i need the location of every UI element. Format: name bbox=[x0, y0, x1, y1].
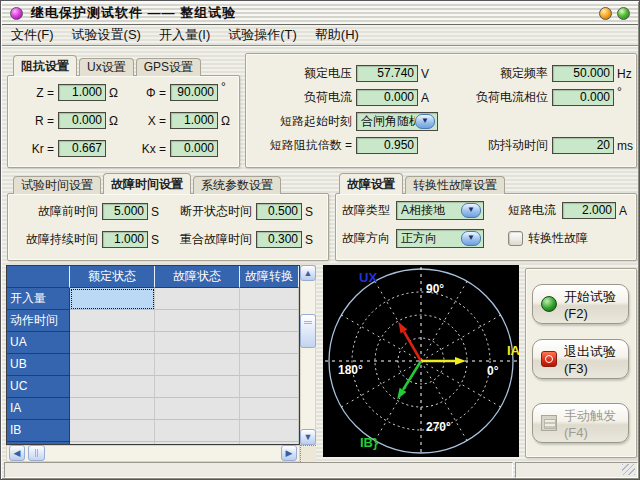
open-state-time-input[interactable]: 0.500 bbox=[256, 203, 302, 220]
scroll-down-icon[interactable]: ▼ bbox=[300, 429, 316, 445]
rated-freq-input[interactable]: 50.000 bbox=[552, 65, 614, 82]
load-current-input[interactable]: 0.000 bbox=[356, 89, 418, 106]
system-menu-icon[interactable] bbox=[10, 7, 23, 20]
tab-fault-settings[interactable]: 故障设置 bbox=[339, 173, 403, 194]
fault-duration-unit: S bbox=[151, 233, 159, 247]
table-cell[interactable] bbox=[155, 310, 240, 332]
ia-phasor-head bbox=[455, 357, 466, 365]
table-row: UC bbox=[7, 376, 299, 398]
chevron-down-icon[interactable]: ▼ bbox=[461, 231, 481, 246]
vscroll-thumb[interactable] bbox=[300, 314, 316, 348]
scroll-right-icon[interactable]: ▶ bbox=[281, 445, 297, 461]
table-cell[interactable] bbox=[70, 354, 155, 376]
chevron-down-icon[interactable]: ▼ bbox=[461, 203, 481, 218]
tab-impedance-settings[interactable]: 阻抗设置 bbox=[13, 55, 77, 76]
table-cell[interactable] bbox=[240, 376, 299, 398]
row-header: IA bbox=[7, 398, 70, 420]
prefault-time-unit: S bbox=[151, 205, 159, 219]
scroll-up-icon[interactable]: ▲ bbox=[300, 265, 316, 281]
sc-impedance-ratio-input[interactable]: 0.950 bbox=[356, 137, 418, 154]
table-cell[interactable] bbox=[240, 354, 299, 376]
table-cell[interactable] bbox=[155, 288, 240, 310]
z-input[interactable]: 1.000 bbox=[58, 84, 106, 101]
table-cell[interactable] bbox=[70, 310, 155, 332]
debounce-unit: ms bbox=[617, 139, 633, 153]
fault-direction-dropdown[interactable]: 正方向 ▼ bbox=[396, 229, 484, 248]
red-phasor-head bbox=[399, 322, 408, 334]
x-unit: Ω bbox=[221, 114, 230, 128]
scrollbar-corner bbox=[300, 445, 316, 462]
manual-trigger-icon bbox=[541, 415, 557, 431]
table-cell[interactable] bbox=[155, 420, 240, 442]
start-test-label: 开始试验(F2) bbox=[564, 288, 628, 321]
prefault-time-input[interactable]: 5.000 bbox=[102, 203, 148, 220]
start-test-button[interactable]: 开始试验(F2) bbox=[532, 284, 629, 324]
chevron-down-icon[interactable]: ▼ bbox=[415, 114, 435, 129]
table-cell[interactable] bbox=[240, 310, 299, 332]
x-input[interactable]: 1.000 bbox=[170, 112, 218, 129]
kx-label: Kx = bbox=[126, 142, 166, 156]
exit-test-label: 退出试验(F3) bbox=[564, 343, 628, 376]
table-cell[interactable] bbox=[70, 420, 155, 442]
fault-duration-label: 故障持续时间 bbox=[18, 231, 98, 248]
prefault-time-label: 故障前时间 bbox=[18, 203, 98, 220]
reclose-fault-time-input[interactable]: 0.300 bbox=[256, 231, 302, 248]
minimize-button[interactable] bbox=[599, 7, 612, 20]
tab-fault-time[interactable]: 故障时间设置 bbox=[103, 173, 191, 194]
sc-impedance-ratio-label: 短路阻抗倍数 = bbox=[250, 137, 352, 154]
manual-trigger-label: 手动触发(F4) bbox=[564, 407, 628, 440]
tab-convert-fault-settings[interactable]: 转换性故障设置 bbox=[405, 176, 505, 194]
tab-ux-settings[interactable]: Ux设置 bbox=[79, 58, 134, 76]
close-button[interactable] bbox=[617, 7, 630, 20]
sc-current-input[interactable]: 2.000 bbox=[562, 202, 616, 219]
table-cell[interactable] bbox=[240, 420, 299, 442]
r-input[interactable]: 0.000 bbox=[58, 112, 106, 129]
ib-phasor bbox=[403, 361, 421, 390]
menu-binary-input[interactable]: 开入量(I) bbox=[150, 24, 219, 46]
table-cell[interactable] bbox=[155, 398, 240, 420]
hscroll-thumb[interactable] bbox=[28, 445, 45, 461]
scroll-left-icon[interactable]: ◀ bbox=[9, 445, 25, 461]
fault-type-dropdown[interactable]: A相接地 ▼ bbox=[396, 201, 484, 220]
convert-fault-checkbox[interactable] bbox=[508, 231, 523, 246]
menu-test-settings[interactable]: 试验设置(S) bbox=[63, 24, 150, 46]
sc-start-dropdown[interactable]: 合闸角随机 ▼ bbox=[356, 112, 438, 131]
table-cell[interactable] bbox=[155, 332, 240, 354]
fault-duration-input[interactable]: 1.000 bbox=[102, 231, 148, 248]
tab-system-params[interactable]: 系统参数设置 bbox=[193, 176, 281, 194]
table-cell[interactable] bbox=[70, 376, 155, 398]
table-cell[interactable] bbox=[155, 376, 240, 398]
table-cell[interactable] bbox=[70, 332, 155, 354]
phi-input[interactable]: 90.000 bbox=[170, 84, 218, 101]
table-vscrollbar[interactable]: ▲ ▼ bbox=[300, 265, 316, 445]
resize-grip[interactable] bbox=[622, 464, 635, 475]
rated-voltage-input[interactable]: 57.740 bbox=[356, 65, 418, 82]
red-phasor bbox=[404, 332, 421, 361]
menu-help[interactable]: 帮助(H) bbox=[306, 24, 368, 46]
load-current-unit: A bbox=[421, 91, 429, 105]
kr-input[interactable]: 0.667 bbox=[58, 140, 106, 157]
debounce-input[interactable]: 20 bbox=[552, 137, 614, 154]
exit-test-button[interactable]: 退出试验(F3) bbox=[532, 339, 629, 379]
load-phase-input[interactable]: 0.000 bbox=[552, 89, 614, 106]
tab-test-time[interactable]: 试验时间设置 bbox=[13, 176, 101, 194]
menu-file[interactable]: 文件(F) bbox=[2, 24, 63, 46]
table-cell[interactable] bbox=[240, 288, 299, 310]
table-hscrollbar[interactable]: ◀ ▶ bbox=[6, 445, 300, 462]
table-cell[interactable] bbox=[155, 354, 240, 376]
status-bar-right bbox=[515, 462, 638, 478]
table-cell[interactable] bbox=[70, 398, 155, 420]
rated-freq-unit: Hz bbox=[617, 67, 632, 81]
tab-gps-settings[interactable]: GPS设置 bbox=[136, 58, 201, 76]
table-cell-selected[interactable] bbox=[70, 288, 155, 310]
table-cell[interactable] bbox=[240, 332, 299, 354]
table-cell[interactable] bbox=[240, 398, 299, 420]
col-header-rated-state: 额定状态 bbox=[70, 266, 155, 288]
rated-freq-label: 额定频率 bbox=[432, 65, 548, 82]
phasor-label-ux: UX bbox=[359, 270, 377, 285]
kx-input[interactable]: 0.000 bbox=[170, 140, 218, 157]
table-row: IA bbox=[7, 398, 299, 420]
time-tabstrip: 试验时间设置 故障时间设置 系统参数设置 bbox=[13, 173, 283, 194]
rated-voltage-label: 额定电压 bbox=[250, 65, 352, 82]
menu-test-operation[interactable]: 试验操作(T) bbox=[219, 24, 306, 46]
